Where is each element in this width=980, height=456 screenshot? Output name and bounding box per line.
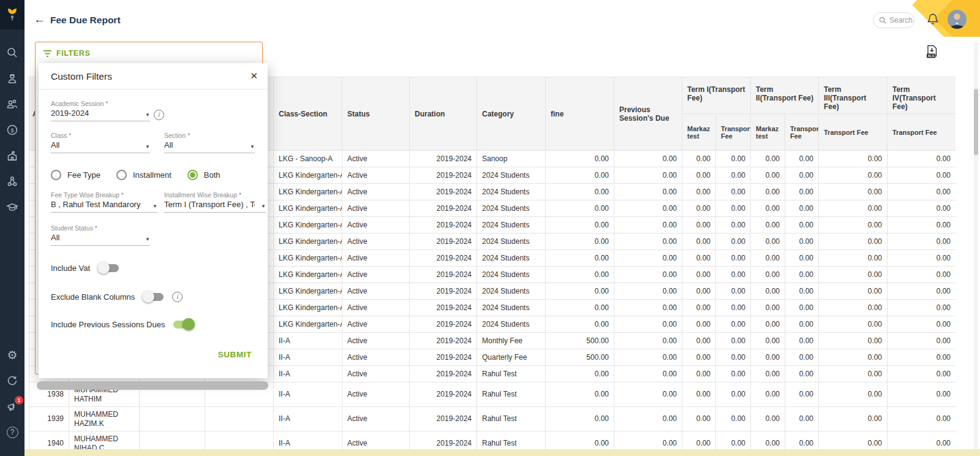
- table-cell: 0.00: [614, 167, 682, 184]
- people-icon: [6, 98, 18, 110]
- table-cell: 0.00: [751, 333, 785, 349]
- sidebar-item-payments[interactable]: $: [0, 117, 24, 143]
- sidebar-item-announcements[interactable]: 1: [0, 393, 24, 419]
- horizontal-scrollbar[interactable]: [37, 381, 268, 390]
- table-cell: 0.00: [682, 200, 716, 217]
- table-cell: II-A: [274, 333, 342, 349]
- academic-session-select[interactable]: 2019-2024 ▼: [51, 108, 150, 121]
- installment-breakup-select[interactable]: Term I (Transport Fee) , Term ... ▼: [164, 200, 266, 213]
- search-button[interactable]: Search: [873, 12, 914, 28]
- sidebar-item-network[interactable]: [0, 169, 24, 194]
- table-cell: 0.00: [888, 217, 956, 234]
- filters-header[interactable]: FILTERS: [36, 42, 262, 64]
- notifications-button[interactable]: [926, 12, 940, 29]
- table-cell: 0.00: [819, 333, 888, 349]
- table-cell: 0.00: [751, 382, 785, 407]
- table-cell: 0.00: [614, 349, 682, 366]
- radio-installment[interactable]: Installment: [116, 170, 172, 180]
- sub-header-term1-markaz[interactable]: Markaz test: [682, 114, 716, 151]
- fee-type-breakup-label: Fee Type Wise Breakup *: [51, 191, 124, 199]
- col-header-status[interactable]: Status: [342, 77, 410, 151]
- custom-filters-modal: Custom Filters ✕ Academic Session * 2019…: [39, 63, 268, 378]
- sub-header-term3-transport[interactable]: Transport Fee: [819, 114, 888, 151]
- close-icon[interactable]: ✕: [250, 70, 258, 82]
- info-icon[interactable]: i: [172, 292, 183, 302]
- sub-header-term2-transport[interactable]: Transport Fee: [785, 114, 819, 151]
- sub-header-term2-markaz[interactable]: Markaz test: [751, 114, 785, 151]
- table-cell: 0.00: [716, 349, 751, 366]
- table-cell: 0.00: [785, 234, 819, 250]
- col-header-category[interactable]: Category: [477, 77, 546, 151]
- table-cell: 0.00: [716, 407, 751, 431]
- export-xls-button[interactable]: XLS: [925, 45, 938, 62]
- info-icon[interactable]: i: [154, 110, 164, 120]
- sub-header-term1-transport[interactable]: Transport Fee: [716, 114, 751, 151]
- table-cell: 0.00: [614, 267, 682, 283]
- table-cell: 0.00: [785, 151, 819, 167]
- table-cell: 0.00: [785, 200, 819, 217]
- table-cell: Active: [342, 267, 410, 283]
- table-cell: 0.00: [819, 366, 888, 382]
- radio-both[interactable]: Both: [187, 170, 221, 180]
- exclude-blank-columns-toggle[interactable]: [143, 293, 164, 301]
- table-cell: 0.00: [888, 366, 956, 382]
- table-cell: LKG Kindergarten-A: [274, 234, 342, 250]
- sub-header-term4-transport[interactable]: Transport Fee: [888, 114, 956, 151]
- table-cell: MUHAMMED HAZIM.K: [69, 407, 140, 431]
- table-cell: 0.00: [785, 184, 819, 200]
- gear-icon: ⚙: [7, 349, 17, 361]
- table-cell: 0.00: [614, 333, 682, 349]
- table-cell: 0.00: [888, 200, 956, 217]
- vertical-scrollbar-thumb[interactable]: [974, 89, 978, 155]
- sidebar-item-settings[interactable]: ⚙: [0, 342, 24, 368]
- exclude-blank-columns-row: Exclude Blank Columns i: [51, 292, 183, 302]
- bell-icon: [926, 12, 940, 27]
- table-cell: 0.00: [614, 151, 682, 167]
- sidebar-item-institution[interactable]: [0, 143, 24, 169]
- chevron-down-icon: ▼: [261, 203, 266, 209]
- class-select[interactable]: All ▼: [51, 140, 150, 153]
- chevron-down-icon: ▼: [145, 237, 150, 242]
- col-header-previous-due[interactable]: Previous Session's Due: [614, 77, 682, 151]
- table-cell: 0.00: [614, 316, 682, 333]
- col-header-duration[interactable]: Duration: [410, 77, 477, 151]
- avatar[interactable]: [948, 10, 967, 29]
- radio-fee-type[interactable]: Fee Type: [51, 170, 100, 180]
- table-cell: 1939: [29, 407, 69, 431]
- sidebar-item-help[interactable]: ?: [0, 419, 24, 445]
- table-cell: 0.00: [546, 407, 614, 431]
- sidebar-item-academics[interactable]: [0, 194, 24, 220]
- sidebar-item-refresh[interactable]: [0, 368, 24, 393]
- table-cell: 2019-2024: [410, 300, 477, 316]
- table-cell: Active: [342, 382, 410, 407]
- table-cell: 2019-2024: [410, 382, 477, 407]
- table-cell: 2019-2024: [410, 333, 477, 349]
- submit-button[interactable]: SUBMIT: [218, 350, 252, 359]
- student-status-select[interactable]: All ▼: [51, 233, 150, 246]
- modal-title: Custom Filters: [51, 71, 112, 82]
- table-cell: LKG Kindergarten-A: [274, 316, 342, 333]
- section-select[interactable]: All ▼: [164, 140, 255, 153]
- include-vat-toggle[interactable]: [99, 264, 119, 272]
- table-cell: II-A: [274, 382, 342, 407]
- col-header-class-section[interactable]: Class-Section: [274, 77, 342, 151]
- search-icon: [6, 47, 18, 59]
- table-cell: 0.00: [716, 217, 751, 234]
- sidebar-item-people[interactable]: [0, 91, 24, 117]
- table-cell: 0.00: [819, 250, 888, 267]
- back-button[interactable]: ←: [34, 13, 45, 26]
- table-cell: Rahul Test: [477, 366, 546, 382]
- app-logo[interactable]: [0, 0, 24, 29]
- table-cell: [140, 407, 205, 431]
- table-cell: 0.00: [716, 316, 751, 333]
- divider: [39, 89, 268, 89]
- col-header-fine[interactable]: fine: [546, 77, 614, 151]
- table-cell: 0.00: [819, 349, 888, 366]
- fee-type-breakup-select[interactable]: B , Rahul Test Mandarory , Su... ▼: [51, 200, 157, 213]
- include-previous-dues-toggle[interactable]: [173, 321, 194, 329]
- table-cell: 500.00: [546, 333, 614, 349]
- sidebar-item-search[interactable]: [0, 40, 24, 66]
- table-cell: 0.00: [751, 151, 785, 167]
- sidebar-item-student[interactable]: [0, 66, 24, 91]
- table-cell: 0.00: [546, 250, 614, 267]
